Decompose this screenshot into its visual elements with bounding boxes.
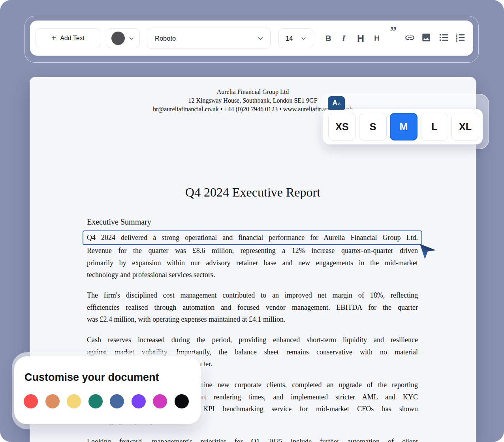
toolbar: + Add Text Roboto 14 <box>30 21 473 56</box>
section-heading: Executive Summary <box>87 217 151 227</box>
svg-text:3: 3 <box>456 39 458 43</box>
doc-line: The firm's disciplined cost management c… <box>87 289 418 302</box>
font-family-select[interactable]: Roboto <box>147 28 271 49</box>
add-text-button[interactable]: + Add Text <box>36 28 100 48</box>
link-button[interactable] <box>402 30 417 46</box>
size-option-l[interactable]: L <box>421 113 448 140</box>
customise-popup-title: Customise your document <box>24 371 201 384</box>
add-text-label: Add Text <box>60 35 85 42</box>
font-size-value: 14 <box>286 35 293 42</box>
colour-swatch-purple[interactable] <box>132 394 146 408</box>
mouse-cursor-icon <box>419 242 438 262</box>
colour-swatch-blue[interactable] <box>110 394 124 408</box>
insert-image-button[interactable] <box>418 30 434 46</box>
link-icon <box>404 32 415 45</box>
document-title: Q4 2024 Executive Report <box>30 184 476 200</box>
text-color-dropdown[interactable] <box>106 28 140 48</box>
italic-button[interactable]: I <box>336 30 352 46</box>
size-option-xl[interactable]: XL <box>451 113 479 140</box>
color-swatch-icon <box>111 32 125 45</box>
chevron-down-icon <box>301 36 307 41</box>
size-option-xs[interactable]: XS <box>328 113 356 140</box>
colour-swatch-teal[interactable] <box>88 394 103 408</box>
colour-swatch-yellow[interactable] <box>67 394 81 408</box>
bold-button[interactable]: B <box>320 30 336 46</box>
doc-line: primarily by expansion within our adviso… <box>87 257 418 269</box>
selected-text-line: Q4 2024 delivered a strong operational a… <box>87 232 418 244</box>
font-size-select[interactable]: 14 <box>278 28 313 48</box>
colour-swatch-row <box>24 394 201 408</box>
numbered-list-button[interactable]: 123 <box>453 30 468 46</box>
numbered-list-icon: 123 <box>455 32 466 45</box>
screen: + Add Text Roboto 14 <box>0 0 504 442</box>
doc-line: was £2.4 million, with operating expense… <box>87 313 418 326</box>
plus-icon: + <box>51 33 56 43</box>
paragraph-5: Looking forward, management's priorities… <box>87 436 418 442</box>
customise-popup: Customise your document <box>14 356 201 424</box>
paragraph-2: The firm's disciplined cost management c… <box>87 289 418 326</box>
blockquote-button[interactable]: ” <box>386 23 401 39</box>
colour-swatch-red[interactable] <box>24 394 38 408</box>
doc-line: efficiencies realised through automation… <box>87 302 418 314</box>
chevron-down-icon <box>128 36 134 41</box>
size-option-s[interactable]: S <box>359 113 387 140</box>
doc-line: Revenue for the quarter was £8.6 million… <box>87 245 418 257</box>
app-background: + Add Text Roboto 14 <box>0 0 504 442</box>
heading1-button[interactable]: H <box>353 30 369 46</box>
font-size-popup: XS S M L XL <box>323 109 483 144</box>
aa-icon: A <box>332 99 338 107</box>
doc-line: technology and professional services sec… <box>87 269 418 281</box>
image-icon <box>421 32 431 44</box>
font-family-value: Roboto <box>155 35 176 42</box>
bullet-list-button[interactable] <box>436 30 452 46</box>
colour-swatch-black[interactable] <box>175 394 189 408</box>
heading2-button[interactable]: H <box>369 30 385 46</box>
colour-swatch-orange[interactable] <box>45 394 60 408</box>
paragraph-1: Revenue for the quarter was £8.6 million… <box>87 245 418 281</box>
colour-swatch-magenta[interactable] <box>153 394 167 408</box>
font-size-popup-toggle[interactable]: Aa <box>328 96 345 110</box>
doc-line: Looking forward, management's priorities… <box>87 436 418 442</box>
size-option-m[interactable]: M <box>390 113 417 140</box>
doc-line: Cash reserves increased during the perio… <box>87 334 418 346</box>
bullet-list-icon <box>438 32 449 45</box>
chevron-down-icon <box>257 35 264 42</box>
